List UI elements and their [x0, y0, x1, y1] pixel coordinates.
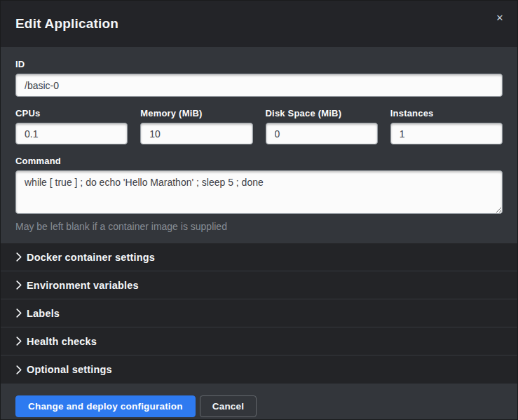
modal-footer: Change and deploy configuration Cancel: [1, 384, 517, 420]
memory-field-group: Memory (MiB): [140, 108, 252, 144]
close-icon[interactable]: ✕: [492, 11, 507, 26]
chevron-right-icon: [15, 337, 26, 346]
chevron-right-icon: [15, 309, 26, 318]
section-label: Health checks: [27, 336, 97, 347]
cancel-button[interactable]: Cancel: [200, 395, 257, 417]
instances-field-group: Instances: [390, 108, 503, 144]
chevron-right-icon: [15, 280, 26, 290]
disk-label: Disk Space (MiB): [266, 108, 378, 118]
section-label: Optional settings: [27, 364, 112, 375]
chevron-right-icon: [15, 252, 26, 262]
resources-row: CPUs Memory (MiB) Disk Space (MiB) Insta…: [15, 108, 503, 144]
command-label: Command: [15, 156, 503, 166]
cpus-field-group: CPUs: [15, 108, 128, 144]
section-labels[interactable]: Labels: [1, 299, 517, 327]
command-field-group: Command while [ true ] ; do echo 'Hello …: [15, 156, 503, 232]
application-form: ID CPUs Memory (MiB) Disk Space (MiB) In…: [1, 47, 517, 243]
section-label: Environment variables: [27, 280, 139, 291]
modal-header: Edit Application ✕: [1, 1, 517, 47]
id-input[interactable]: [15, 74, 503, 97]
edit-application-modal: Edit Application ✕ ID CPUs Memory (MiB) …: [1, 1, 517, 419]
section-optional-settings[interactable]: Optional settings: [1, 355, 517, 384]
instances-label: Instances: [390, 108, 503, 118]
memory-input[interactable]: [140, 123, 252, 144]
disk-field-group: Disk Space (MiB): [266, 108, 378, 144]
id-label: ID: [15, 59, 503, 69]
instances-input[interactable]: [390, 123, 503, 144]
command-textarea[interactable]: while [ true ] ; do echo 'Hello Marathon…: [15, 170, 503, 214]
command-help-text: May be left blank if a container image i…: [15, 221, 503, 232]
change-and-deploy-button[interactable]: Change and deploy configuration: [15, 395, 196, 417]
section-health-checks[interactable]: Health checks: [1, 327, 517, 355]
modal-title: Edit Application: [15, 16, 118, 32]
cpus-input[interactable]: [15, 123, 128, 144]
section-environment-variables[interactable]: Environment variables: [1, 271, 517, 299]
section-label: Docker container settings: [27, 252, 155, 263]
id-field-group: ID: [15, 59, 503, 97]
section-label: Labels: [27, 308, 60, 319]
collapsible-sections: Docker container settings Environment va…: [1, 243, 517, 384]
cpus-label: CPUs: [15, 108, 128, 118]
memory-label: Memory (MiB): [140, 108, 252, 118]
chevron-right-icon: [15, 365, 26, 374]
section-docker-container-settings[interactable]: Docker container settings: [1, 243, 517, 271]
disk-input[interactable]: [266, 123, 378, 144]
